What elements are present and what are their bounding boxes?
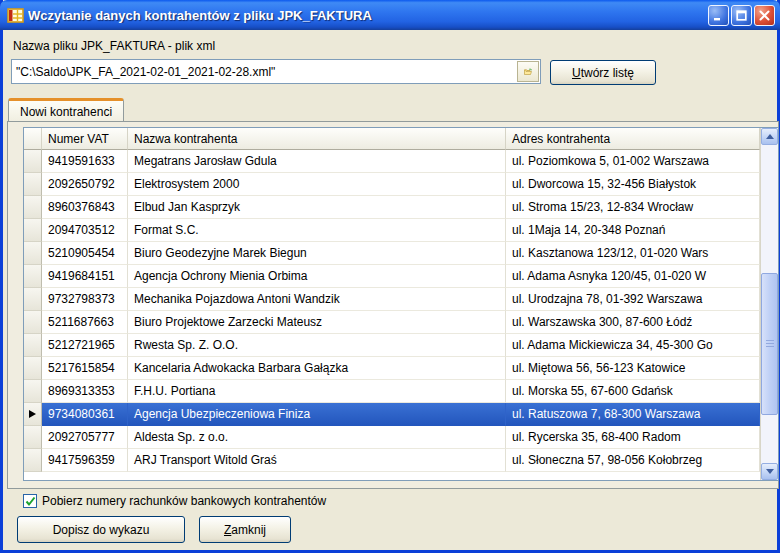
cell-name[interactable]: Biuro Projektowe Zarzecki Mateusz	[128, 311, 506, 334]
cell-vat[interactable]: 9732798373	[42, 288, 128, 311]
row-selector-gutter[interactable]	[24, 173, 42, 196]
table-row[interactable]: 9419591633 Megatrans Jarosław Gdula ul. …	[24, 150, 760, 173]
cell-vat[interactable]: 9417596359	[42, 449, 128, 472]
cell-name[interactable]: F.H.U. Portiana	[128, 380, 506, 403]
row-selector-gutter[interactable]	[24, 150, 42, 173]
table-row[interactable]: 2092650792 Elektrosystem 2000 ul. Dworco…	[24, 173, 760, 196]
cell-address[interactable]: ul. Adama Asnyka 120/45, 01-020 W	[506, 265, 760, 288]
file-path-input[interactable]: "C:\Saldo\JPK_FA_2021-02-01_2021-02-28.x…	[11, 59, 541, 84]
cell-vat[interactable]: 2094703512	[42, 219, 128, 242]
cell-address[interactable]: ul. Stroma 15/23, 12-834 Wrocław	[506, 196, 760, 219]
row-selector-gutter[interactable]	[24, 403, 42, 426]
row-selector-gutter[interactable]	[24, 265, 42, 288]
row-selector-gutter[interactable]	[24, 426, 42, 449]
table-row[interactable]: 2092705777 Aldesta Sp. z o.o. ul. Rycers…	[24, 426, 760, 449]
table-row[interactable]: 9732798373 Mechanika Pojazdowa Antoni Wa…	[24, 288, 760, 311]
cell-vat[interactable]: 8960376843	[42, 196, 128, 219]
vertical-scrollbar[interactable]	[760, 128, 778, 480]
cell-vat[interactable]: 9419591633	[42, 150, 128, 173]
table-row[interactable]: 5212721965 Rwesta Sp. Z. O.O. ul. Adama …	[24, 334, 760, 357]
column-header-address[interactable]: Adres kontrahenta	[506, 128, 760, 150]
table-row[interactable]: 8969313353 F.H.U. Portiana ul. Morska 55…	[24, 380, 760, 403]
cell-vat[interactable]: 5210905454	[42, 242, 128, 265]
cell-vat[interactable]: 9419684151	[42, 265, 128, 288]
cell-address[interactable]: ul. 1Maja 14, 20-348 Poznań	[506, 219, 760, 242]
cell-address[interactable]: ul. Urodzajna 78, 01-392 Warszawa	[506, 288, 760, 311]
cell-name[interactable]: Rwesta Sp. Z. O.O.	[128, 334, 506, 357]
tab-new-contractors[interactable]: Nowi kontrahenci	[8, 98, 124, 122]
table-row[interactable]: 5210905454 Biuro Geodezyjne Marek Biegun…	[24, 242, 760, 265]
app-icon	[7, 7, 24, 24]
table-row[interactable]: 5217615854 Kancelaria Adwokacka Barbara …	[24, 357, 760, 380]
table-row[interactable]: 9419684151 Agencja Ochrony Mienia Orbima…	[24, 265, 760, 288]
cell-vat[interactable]: 5217615854	[42, 357, 128, 380]
cell-vat[interactable]: 9734080361	[42, 403, 128, 426]
table-row[interactable]: 5211687663 Biuro Projektowe Zarzecki Mat…	[24, 311, 760, 334]
tab-label: Nowi kontrahenci	[20, 105, 112, 119]
cell-address[interactable]: ul. Kasztanowa 123/12, 01-020 Wars	[506, 242, 760, 265]
cell-name[interactable]: Format S.C.	[128, 219, 506, 242]
window-title: Wczytanie danych kontrahentów z pliku JP…	[28, 8, 706, 23]
cell-name[interactable]: Elbud Jan Kasprzyk	[128, 196, 506, 219]
cell-address[interactable]: ul. Warszawska 300, 87-600 Łódź	[506, 311, 760, 334]
minimize-button[interactable]	[708, 5, 729, 26]
cell-name[interactable]: Elektrosystem 2000	[128, 173, 506, 196]
table-row[interactable]: 8960376843 Elbud Jan Kasprzyk ul. Stroma…	[24, 196, 760, 219]
table-header-row: Numer VAT Nazwa kontrahenta Adres kontra…	[24, 128, 760, 150]
scroll-down-button[interactable]	[761, 463, 778, 480]
cell-name[interactable]: Aldesta Sp. z o.o.	[128, 426, 506, 449]
row-selector-gutter[interactable]	[24, 219, 42, 242]
browse-file-button[interactable]	[517, 61, 539, 82]
bank-accounts-checkbox-row[interactable]: Pobierz numery rachunków bankowych kontr…	[23, 494, 326, 508]
cell-name[interactable]: Biuro Geodezyjne Marek Biegun	[128, 242, 506, 265]
table-row[interactable]: 2094703512 Format S.C. ul. 1Maja 14, 20-…	[24, 219, 760, 242]
cell-vat[interactable]: 2092650792	[42, 173, 128, 196]
cell-address[interactable]: ul. Morska 55, 67-600 Gdańsk	[506, 380, 760, 403]
row-selector-gutter[interactable]	[24, 380, 42, 403]
table-row[interactable]: 9417596359 ARJ Transport Witold Graś ul.…	[24, 449, 760, 472]
maximize-button[interactable]	[731, 5, 752, 26]
create-list-button[interactable]: Utwórz listę	[550, 60, 656, 85]
row-selector-gutter[interactable]	[24, 357, 42, 380]
bank-accounts-checkbox[interactable]	[23, 494, 37, 508]
row-selector-gutter[interactable]	[24, 242, 42, 265]
cell-vat[interactable]: 8969313353	[42, 380, 128, 403]
close-button[interactable]	[754, 5, 775, 26]
row-selector-gutter[interactable]	[24, 334, 42, 357]
scroll-up-button[interactable]	[761, 128, 778, 145]
scrollbar-track[interactable]	[761, 145, 778, 463]
cell-name[interactable]: Kancelaria Adwokacka Barbara Gałązka	[128, 357, 506, 380]
chevron-up-icon	[766, 134, 774, 139]
scrollbar-thumb[interactable]	[761, 273, 778, 415]
cell-vat[interactable]: 5211687663	[42, 311, 128, 334]
table-row[interactable]: 9734080361 Agencja Ubezpieczeniowa Finiz…	[24, 403, 760, 426]
column-header-name[interactable]: Nazwa kontrahenta	[128, 128, 506, 150]
cell-name[interactable]: Mechanika Pojazdowa Antoni Wandzik	[128, 288, 506, 311]
dialog-window: Wczytanie danych kontrahentów z pliku JP…	[0, 0, 780, 553]
title-bar[interactable]: Wczytanie danych kontrahentów z pliku JP…	[0, 0, 780, 30]
cell-address[interactable]: ul. Miętowa 56, 56-123 Katowice	[506, 357, 760, 380]
cell-name[interactable]: ARJ Transport Witold Graś	[128, 449, 506, 472]
cell-vat[interactable]: 5212721965	[42, 334, 128, 357]
cell-name[interactable]: Megatrans Jarosław Gdula	[128, 150, 506, 173]
close-dialog-button[interactable]: Zamknij	[199, 516, 291, 543]
current-row-arrow-icon	[29, 410, 36, 418]
cell-address[interactable]: ul. Dworcowa 15, 32-456 Białystok	[506, 173, 760, 196]
cell-address[interactable]: ul. Rycerska 35, 68-400 Radom	[506, 426, 760, 449]
table-body: 9419591633 Megatrans Jarosław Gdula ul. …	[24, 150, 760, 472]
cell-vat[interactable]: 2092705777	[42, 426, 128, 449]
cell-address[interactable]: ul. Słoneczna 57, 98-056 Kołobrzeg	[506, 449, 760, 472]
row-selector-gutter[interactable]	[24, 196, 42, 219]
row-selector-gutter[interactable]	[24, 311, 42, 334]
cell-name[interactable]: Agencja Ochrony Mienia Orbima	[128, 265, 506, 288]
file-path-value[interactable]: "C:\Saldo\JPK_FA_2021-02-01_2021-02-28.x…	[12, 65, 517, 79]
row-selector-gutter[interactable]	[24, 288, 42, 311]
file-name-label: Nazwa pliku JPK_FAKTURA - plik xml	[13, 39, 215, 53]
cell-address[interactable]: ul. Ratuszowa 7, 68-300 Warszawa	[506, 403, 760, 426]
cell-address[interactable]: ul. Poziomkowa 5, 01-002 Warszawa	[506, 150, 760, 173]
cell-name[interactable]: Agencja Ubezpieczeniowa Finiza	[128, 403, 506, 426]
row-selector-gutter[interactable]	[24, 449, 42, 472]
append-to-list-button[interactable]: Dopisz do wykazu	[17, 516, 185, 543]
cell-address[interactable]: ul. Adama Mickiewicza 34, 45-300 Go	[506, 334, 760, 357]
column-header-vat[interactable]: Numer VAT	[42, 128, 128, 150]
